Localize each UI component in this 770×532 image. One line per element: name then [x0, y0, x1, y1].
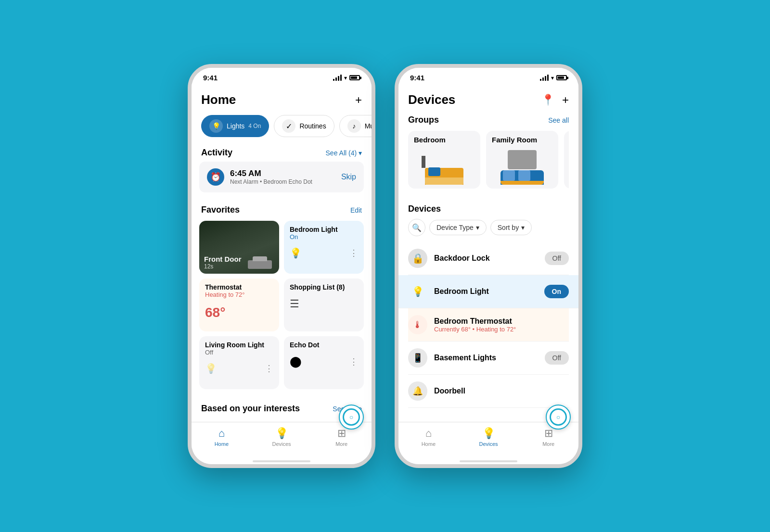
nav-devices-devices[interactable]: 💡 Devices	[459, 427, 519, 447]
group-card-bedroom[interactable]: Bedroom	[408, 131, 480, 189]
activity-title: Activity	[201, 148, 232, 158]
devices-scroll[interactable]: Devices 📍 + Groups See all B	[398, 85, 578, 422]
shopping-list-card[interactable]: Shopping List (8) ☰	[284, 279, 364, 331]
devices-nav-label-home: Devices	[272, 441, 291, 447]
nav-more-devices[interactable]: ⊞ More	[518, 427, 578, 447]
home-indicator-devices	[398, 456, 578, 464]
backdoor-lock-icon: 🔒	[408, 249, 427, 268]
activity-card[interactable]: ⏰ 6:45 AM Next Alarm • Bedroom Echo Dot …	[199, 162, 364, 192]
backdoor-lock-toggle[interactable]: Off	[545, 252, 569, 265]
search-button[interactable]: 🔍	[408, 219, 425, 236]
groups-scroll[interactable]: Bedroom	[408, 131, 569, 189]
thermostat-status: Heating to 72°	[205, 291, 273, 298]
quick-pills: 💡 Lights 4 On ✓ Routines ♪ Mu	[192, 111, 372, 141]
front-door-sub: 12s	[204, 263, 241, 270]
lights-pill-icon: 💡	[209, 119, 223, 133]
echo-dot-footer: ⬤ ⋮	[284, 354, 364, 373]
bedroom-light-content: Bedroom Light On	[284, 221, 364, 245]
pill-music[interactable]: ♪ Mu	[339, 115, 372, 137]
echo-dot-more[interactable]: ⋮	[349, 356, 358, 367]
devices-add-button[interactable]: +	[562, 93, 569, 107]
nav-devices-home[interactable]: 💡 Devices	[252, 427, 312, 447]
sort-by-filter[interactable]: Sort by ▾	[490, 220, 532, 235]
home-nav-label: Home	[215, 441, 229, 447]
edit-favorites[interactable]: Edit	[350, 206, 362, 214]
home-nav-label-devices: Home	[422, 441, 436, 447]
home-indicator-home	[192, 456, 372, 464]
bedroom-scene	[418, 156, 471, 185]
status-time-home: 9:41	[203, 74, 218, 82]
device-item-backdoor-lock[interactable]: 🔒 Backdoor Lock Off	[408, 242, 569, 275]
living-room-light-card[interactable]: Living Room Light Off 💡 ⋮	[199, 336, 279, 389]
family-scene	[493, 156, 551, 185]
skip-button[interactable]: Skip	[341, 173, 356, 181]
backdoor-lock-name: Backdoor Lock	[434, 254, 538, 263]
phone-home: 9:41 ▾ Home	[188, 64, 375, 468]
battery-fill-devices	[558, 76, 564, 79]
battery-icon-devices	[556, 75, 567, 80]
cam-car	[248, 260, 272, 269]
group-card-family-room[interactable]: Family Room	[486, 131, 558, 189]
living-room-content: Living Room Light Off	[199, 336, 279, 361]
signal-bar-d2	[542, 77, 544, 81]
home-title: Home	[201, 92, 236, 107]
bedroom-light-more[interactable]: ⋮	[349, 248, 358, 258]
device-item-bedroom-thermostat[interactable]: 🌡 Bedroom Thermostat Currently 68° • Hea…	[408, 308, 569, 342]
bedroom-light-toggle[interactable]: On	[544, 285, 569, 298]
echo-dot-title: Echo Dot	[290, 341, 358, 349]
bedroom-light-footer: 💡 ⋮	[284, 245, 364, 264]
activity-text: 6:45 AM Next Alarm • Bedroom Echo Dot	[230, 169, 312, 185]
signal-bar-1	[333, 79, 334, 81]
see-all-activity[interactable]: See All (4) ▾	[326, 149, 362, 157]
home-nav-icon: ⌂	[218, 427, 225, 440]
devices-nav-label-devices: Devices	[479, 441, 498, 447]
signal-bar-d4	[547, 75, 549, 81]
more-nav-label-devices: More	[542, 441, 554, 447]
nav-home-devices[interactable]: ⌂ Home	[398, 427, 459, 447]
see-all-groups[interactable]: See all	[548, 116, 569, 124]
device-item-basement-lights[interactable]: 📱 Basement Lights Off	[408, 342, 569, 375]
bedroom-light-card[interactable]: Bedroom Light On 💡 ⋮	[284, 221, 364, 274]
status-bar-home: 9:41 ▾	[192, 68, 372, 85]
signal-bar-4	[340, 75, 342, 81]
lights-pill-label: Lights	[227, 122, 244, 130]
home-scroll[interactable]: Home + 💡 Lights 4 On ✓ Routines ♪	[192, 85, 372, 422]
activity-left: ⏰ 6:45 AM Next Alarm • Bedroom Echo Dot	[207, 168, 312, 186]
echo-dot-card[interactable]: Echo Dot ⬤ ⋮	[284, 336, 364, 389]
device-item-doorbell[interactable]: 🔔 Doorbell	[408, 375, 569, 408]
location-icon[interactable]: 📍	[541, 94, 554, 106]
bed-lamp	[422, 156, 425, 168]
alexa-fab-inner: ○	[343, 408, 360, 426]
thermostat-card[interactable]: Thermostat Heating to 72° 68°	[199, 279, 279, 331]
home-header: Home +	[192, 85, 372, 111]
device-type-filter[interactable]: Device Type ▾	[429, 220, 487, 235]
device-type-label: Device Type	[436, 224, 474, 231]
alexa-fab-devices[interactable]: ○	[546, 405, 571, 430]
front-door-info: Front Door 12s	[204, 255, 241, 270]
wifi-icon-home: ▾	[344, 75, 347, 81]
home-add-button[interactable]: +	[355, 93, 362, 107]
nav-home[interactable]: ⌂ Home	[192, 427, 252, 447]
front-door-card[interactable]: Front Door 12s	[199, 221, 279, 274]
group-card-kids-bedroom[interactable]: Kids Be...	[564, 131, 569, 189]
echo-dot-icon: ⬤	[290, 355, 302, 368]
routines-pill-label: Routines	[299, 122, 326, 130]
alexa-fab-home[interactable]: ○	[339, 405, 364, 430]
living-room-more[interactable]: ⋮	[265, 363, 273, 374]
home-bar-devices	[460, 460, 517, 462]
activity-section-header: Activity See All (4) ▾	[192, 141, 372, 162]
interests-title: Based on your interests	[201, 404, 300, 414]
alarm-sub: Next Alarm • Bedroom Echo Dot	[230, 178, 312, 185]
pill-routines[interactable]: ✓ Routines	[274, 115, 334, 137]
more-nav-icon-home: ⊞	[337, 427, 346, 440]
alarm-time: 6:45 AM	[230, 169, 312, 178]
signal-bars-home	[333, 75, 342, 81]
home-bar-home	[253, 460, 310, 462]
bedroom-light-info: Bedroom Light	[434, 287, 538, 296]
devices-nav-icon-devices: 💡	[482, 427, 495, 440]
basement-lights-toggle[interactable]: Off	[545, 351, 569, 365]
device-item-bedroom-light[interactable]: 💡 Bedroom Light On	[398, 275, 578, 308]
pill-lights[interactable]: 💡 Lights 4 On	[201, 115, 269, 137]
living-room-bulb-icon: 💡	[205, 363, 217, 374]
nav-more-home[interactable]: ⊞ More	[311, 427, 372, 447]
